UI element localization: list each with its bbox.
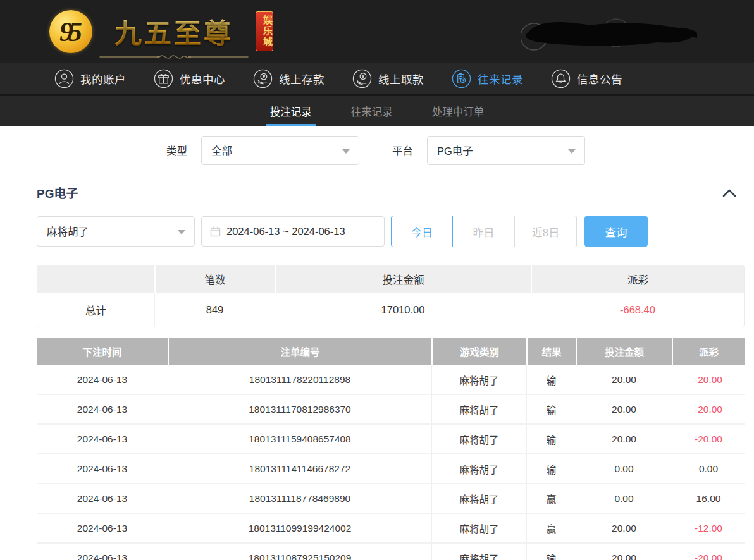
deposit-icon [253, 69, 273, 88]
tab-bet-records[interactable]: 投注记录 [266, 96, 316, 126]
site-logo[interactable]: 95 九五至尊 娱乐城 [49, 6, 273, 62]
table-cell: 麻将胡了 [431, 514, 526, 542]
table-cell: -20.00 [672, 365, 745, 394]
table-cell: 0.00 [576, 454, 672, 483]
collapse-section-button[interactable] [722, 188, 736, 197]
gift-icon [154, 69, 173, 88]
type-select-value: 全部 [211, 143, 232, 158]
table-cell: 1801311178220112898 [168, 365, 431, 394]
logo-flourish-icon [99, 52, 249, 62]
bet-table-body: 2024-06-131801311178220112898麻将胡了输20.00-… [37, 365, 745, 560]
summary-header-row: 笔数 投注金额 派彩 [37, 265, 744, 293]
table-row: 2024-06-131801311141146678272麻将胡了输0.000.… [37, 454, 745, 484]
query-filter-row: 麻将胡了 2024-06-13 ~ 2024-06-13 今日 昨日 近8日 查… [37, 216, 745, 247]
top-filter-row: 类型 全部 平台 PG电子 [166, 136, 745, 165]
table-row: 2024-06-131801311099199424002麻将胡了赢20.00-… [37, 514, 745, 544]
range-last8days-button[interactable]: 近8日 [515, 216, 577, 247]
table-cell: 2024-06-13 [37, 395, 168, 423]
chevron-down-icon [178, 230, 185, 234]
nav-item-promotions[interactable]: 优惠中心 [154, 69, 225, 88]
redacted-account-info [521, 15, 698, 54]
tab-transaction-records[interactable]: 往来记录 [347, 96, 397, 126]
table-cell: 1801311159408657408 [168, 425, 431, 453]
records-tab-bar: 投注记录 往来记录 处理中订单 [0, 96, 754, 126]
table-cell: 16.00 [672, 484, 745, 513]
summary-header-bet-amount: 投注金额 [275, 265, 531, 293]
nav-item-my-account[interactable]: 我的账户 [54, 69, 126, 88]
date-range-value: 2024-06-13 ~ 2024-06-13 [226, 226, 345, 238]
bet-table-header: 下注时间 注单编号 游戏类别 结果 投注金额 派彩 [37, 338, 745, 365]
table-cell: 赢 [526, 484, 576, 513]
table-cell: 1801311099199424002 [168, 514, 431, 542]
col-bet-amount: 投注金额 [576, 338, 672, 365]
nav-label: 往来记录 [478, 71, 523, 87]
type-select[interactable]: 全部 [201, 136, 359, 165]
table-cell: 输 [526, 454, 576, 483]
table-cell: 2024-06-13 [37, 365, 168, 394]
summary-header-payout: 派彩 [531, 265, 744, 293]
table-cell: 0.00 [576, 484, 672, 513]
summary-table: 笔数 投注金额 派彩 总计 849 17010.00 -668.40 [37, 265, 745, 327]
range-yesterday-button[interactable]: 昨日 [453, 216, 515, 247]
table-row: 2024-06-131801311170812986370麻将胡了输20.00-… [37, 395, 745, 425]
table-cell: 20.00 [576, 395, 672, 423]
summary-count: 849 [154, 293, 275, 327]
col-result: 结果 [526, 338, 576, 365]
table-cell: 20.00 [576, 514, 672, 542]
table-cell: 输 [526, 365, 576, 394]
date-shortcut-group: 今日 昨日 近8日 [391, 216, 577, 247]
col-bet-time: 下注时间 [37, 338, 168, 365]
search-button[interactable]: 查询 [584, 216, 648, 247]
logo-coin-icon: 95 [49, 10, 92, 53]
game-select-value: 麻将胡了 [47, 224, 89, 239]
summary-bet-amount: 17010.00 [275, 293, 531, 327]
platform-section-header: PG电子 [37, 184, 745, 201]
calendar-icon [210, 226, 221, 237]
table-cell: -20.00 [672, 544, 745, 560]
tab-processing-orders[interactable]: 处理中订单 [428, 96, 488, 126]
records-icon [452, 69, 471, 88]
game-select[interactable]: 麻将胡了 [37, 216, 195, 247]
bet-records-table: 下注时间 注单编号 游戏类别 结果 投注金额 派彩 2024-06-131801… [37, 338, 745, 560]
range-today-button[interactable]: 今日 [391, 216, 453, 247]
chevron-down-icon [342, 149, 350, 154]
table-cell: 2024-06-13 [37, 544, 168, 560]
table-row: 2024-06-131801311159408657408麻将胡了输20.00-… [37, 425, 745, 454]
table-cell: 输 [526, 425, 576, 453]
table-cell: 1801311141146678272 [168, 454, 431, 483]
table-cell: 麻将胡了 [431, 544, 526, 560]
summary-header-count: 笔数 [154, 265, 275, 293]
table-cell: -12.00 [672, 514, 745, 542]
col-bet-id: 注单编号 [168, 338, 431, 365]
table-cell: 麻将胡了 [431, 365, 526, 394]
nav-item-transaction-records[interactable]: 往来记录 [452, 69, 523, 88]
table-cell: 20.00 [576, 544, 672, 560]
table-cell: 0.00 [672, 454, 745, 483]
nav-item-withdraw[interactable]: 线上取款 [352, 69, 424, 88]
table-row: 2024-06-131801311178220112898麻将胡了输20.00-… [37, 365, 745, 395]
table-cell: 1801311087925150209 [168, 544, 431, 560]
nav-label: 线上取款 [378, 71, 424, 87]
table-cell: 2024-06-13 [37, 514, 168, 542]
summary-total-label: 总计 [37, 293, 154, 327]
table-cell: 麻将胡了 [431, 395, 526, 423]
nav-item-announcements[interactable]: 信息公告 [551, 69, 622, 88]
summary-payout: -668.40 [531, 293, 744, 327]
brand-badge: 娱乐城 [256, 11, 273, 51]
table-cell: -20.00 [672, 395, 745, 423]
brand-name: 九五至尊 [114, 11, 233, 51]
table-cell: 麻将胡了 [431, 484, 526, 513]
summary-total-row: 总计 849 17010.00 -668.40 [37, 293, 744, 327]
site-header: 95 九五至尊 娱乐城 [0, 0, 754, 63]
nav-item-deposit[interactable]: 线上存款 [253, 69, 324, 88]
date-range-input[interactable]: 2024-06-13 ~ 2024-06-13 [201, 216, 385, 247]
table-row: 2024-06-131801311118778469890麻将胡了赢0.0016… [37, 484, 745, 514]
summary-header-blank [37, 265, 154, 293]
platform-select[interactable]: PG电子 [427, 136, 585, 165]
table-cell: 2024-06-13 [37, 454, 168, 483]
type-filter-label: 类型 [166, 143, 187, 158]
chevron-up-icon [722, 188, 736, 197]
table-cell: 2024-06-13 [37, 484, 168, 513]
table-cell: 20.00 [576, 425, 672, 453]
nav-label: 线上存款 [279, 71, 324, 87]
